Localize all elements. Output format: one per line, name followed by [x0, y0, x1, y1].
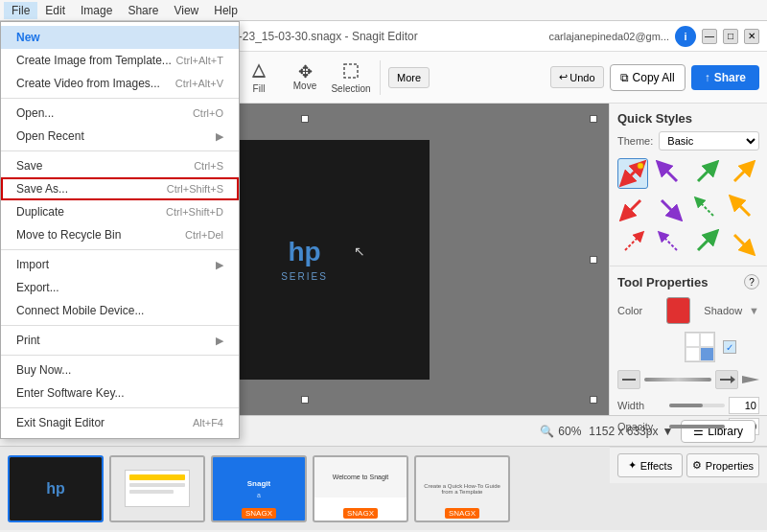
properties-button[interactable]: ⚙ Properties [686, 453, 759, 477]
style-item-6[interactable] [654, 193, 685, 223]
menu-open[interactable]: Open... Ctrl+O [1, 102, 239, 125]
menu-print-label: Print [16, 334, 40, 347]
zoom-indicator[interactable]: 🔍 60% [540, 425, 581, 438]
menu-share[interactable]: Share [120, 2, 166, 19]
menu-edit[interactable]: Edit [37, 2, 73, 19]
account-avatar[interactable]: i [675, 26, 696, 47]
svg-line-8 [698, 166, 713, 181]
menu-recycle[interactable]: Move to Recycle Bin Ctrl+Del [1, 223, 239, 246]
thumbnail-2[interactable] [109, 455, 205, 522]
dimensions-indicator[interactable]: 1152 x 633px ▼ [589, 425, 673, 438]
opacity-slider[interactable] [669, 425, 725, 428]
menu-create-image-template[interactable]: Create Image from Template... Ctrl+Alt+T [1, 49, 239, 72]
copy-all-button[interactable]: ⧉ Copy All [610, 64, 686, 91]
menu-image[interactable]: Image [73, 2, 120, 19]
menu-export[interactable]: Export... [1, 276, 239, 299]
snagx-badge-3: SNAGX [242, 508, 276, 519]
shadow-dropdown-arrow[interactable]: ▼ [749, 305, 759, 316]
thumbnail-4[interactable]: Welcome to Snagit SNAGX [313, 455, 408, 522]
arrow-direction-row [617, 370, 759, 389]
menu-exit-shortcut: Alt+F4 [193, 417, 223, 428]
style-item-7[interactable] [690, 193, 721, 223]
tool-move[interactable]: ✥ Move [284, 57, 326, 99]
arrow-end-selector[interactable] [715, 370, 738, 389]
undo-button[interactable]: ↩ Undo [550, 66, 603, 88]
thumbnail-2-content [111, 457, 203, 520]
menu-duplicate[interactable]: Duplicate Ctrl+Shift+D [1, 200, 239, 223]
style-item-2[interactable] [654, 158, 685, 189]
menu-exit[interactable]: Exit Snagit Editor Alt+F4 [1, 411, 239, 434]
menu-new[interactable]: New [1, 26, 239, 49]
share-button[interactable]: ↑ Share [691, 65, 759, 90]
width-slider[interactable] [669, 404, 725, 407]
color-shadow-row: Color Shadow ▼ [617, 297, 759, 324]
search-icon: 🔍 [540, 425, 554, 438]
menu-print[interactable]: Print ▶ [1, 329, 239, 352]
canvas-handle-br[interactable] [590, 396, 597, 404]
thumbnail-1[interactable]: hp [8, 455, 104, 522]
arrow-start-selector[interactable] [617, 370, 640, 389]
menu-save[interactable]: Save Ctrl+S [1, 154, 239, 177]
menu-file[interactable]: File [4, 2, 37, 19]
shadow-checkbox[interactable]: ✓ [723, 340, 736, 354]
canvas-handle-tr[interactable] [590, 115, 597, 123]
style-item-10[interactable] [654, 227, 685, 258]
styles-grid [617, 158, 759, 258]
menu-open-shortcut: Ctrl+O [193, 107, 223, 119]
shadow-checkbox-area: ✓ [723, 332, 736, 362]
style-item-8[interactable] [727, 193, 757, 223]
copy-all-label: Copy All [633, 71, 675, 84]
quick-styles-section: Quick Styles Theme: Basic [610, 104, 767, 266]
menu-enter-key[interactable]: Enter Software Key... [1, 382, 239, 405]
theme-select[interactable]: Basic [659, 131, 759, 150]
zoom-value: 60% [558, 425, 581, 438]
effects-button[interactable]: ✦ Effects [617, 453, 683, 477]
canvas-handle-tm[interactable] [301, 115, 309, 123]
tool-selection[interactable]: Selection [330, 57, 372, 99]
style-item-4[interactable] [727, 158, 757, 189]
menu-save-as[interactable]: Save As... Ctrl+Shift+S [1, 177, 239, 200]
thumb5-text: Create a Quick How-To Guide from a Templ… [416, 479, 508, 498]
menu-help[interactable]: Help [206, 2, 245, 19]
menu-buy-now[interactable]: Buy Now... [1, 359, 239, 382]
library-button[interactable]: ☰ Library [681, 420, 755, 443]
effects-properties-row: ✦ Effects ⚙ Properties [610, 447, 767, 483]
more-button[interactable]: More [388, 67, 430, 88]
menu-import-label: Import [16, 258, 49, 271]
menu-bar: File Edit Image Share View Help [0, 0, 767, 21]
style-item-5[interactable] [617, 193, 648, 223]
menu-import[interactable]: Import ▶ [1, 253, 239, 276]
menu-connect-mobile[interactable]: Connect Mobile Device... [1, 299, 239, 322]
fill-icon [249, 61, 268, 83]
style-item-3[interactable] [690, 158, 721, 189]
toolbar-actions: ↩ Undo ⧉ Copy All ↑ Share [550, 64, 759, 91]
hp-series-text: SERIES [281, 271, 328, 282]
shadow-label: Shadow [704, 305, 742, 316]
tool-fill[interactable]: Fill [238, 57, 280, 99]
close-button[interactable]: ✕ [744, 29, 759, 44]
canvas-handle-bm[interactable] [301, 396, 309, 404]
width-value-input[interactable] [729, 397, 759, 414]
style-item-1[interactable] [617, 158, 648, 189]
style-item-9[interactable] [617, 227, 648, 258]
menu-open-recent[interactable]: Open Recent ▶ [1, 125, 239, 148]
dims-value: 1152 x 633px [589, 425, 658, 438]
menu-view[interactable]: View [166, 2, 206, 19]
menu-recycle-label: Move to Recycle Bin [16, 228, 121, 242]
maximize-button[interactable]: □ [723, 29, 738, 44]
thumbnail-3[interactable]: Snagit a SNAGX [211, 455, 307, 522]
minimize-button[interactable]: — [702, 29, 717, 44]
menu-create-video[interactable]: Create Video from Images... Ctrl+Alt+V [1, 72, 239, 95]
thumbnail-5[interactable]: Create a Quick How-To Guide from a Templ… [414, 455, 510, 522]
thumb4-text: Welcome to Snagit [331, 472, 391, 482]
style-item-12[interactable] [727, 227, 757, 258]
canvas-handle-mr[interactable] [590, 256, 597, 264]
menu-sep-3 [1, 249, 239, 250]
shadow-cell-br[interactable] [700, 347, 714, 361]
color-picker[interactable] [666, 297, 690, 324]
help-button[interactable]: ? [744, 274, 759, 289]
right-panel: Quick Styles Theme: Basic [609, 104, 767, 415]
style-item-11[interactable] [690, 227, 721, 258]
tool-selection-label: Selection [331, 83, 370, 94]
menu-open-label: Open... [16, 106, 54, 120]
